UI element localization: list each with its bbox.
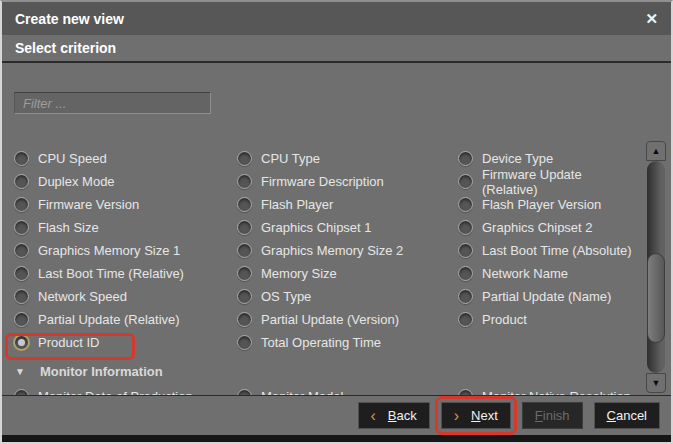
radio-icon	[458, 220, 473, 235]
next-button[interactable]: › Next	[441, 402, 511, 429]
radio-option[interactable]: Firmware Version	[14, 197, 237, 212]
radio-option[interactable]: Flash Size	[14, 220, 237, 235]
radio-option-label: Partial Update (Relative)	[38, 312, 180, 327]
radio-icon	[237, 174, 252, 189]
radio-icon	[14, 312, 29, 327]
radio-option[interactable]: Network Speed	[14, 289, 237, 304]
radio-option[interactable]: Memory Size	[237, 266, 458, 281]
radio-option-label: Graphics Chipset 1	[261, 220, 372, 235]
chevron-left-icon: ‹	[371, 408, 376, 424]
radio-option[interactable]: Graphics Chipset 2	[458, 220, 639, 235]
scrollbar-track[interactable]	[647, 161, 665, 373]
radio-option[interactable]: Graphics Chipset 1	[237, 220, 458, 235]
radio-icon	[458, 243, 473, 258]
next-button-label: Next	[471, 408, 498, 423]
scroll-down-icon: ▼	[652, 378, 661, 388]
step-header: Select criterion	[2, 35, 671, 63]
radio-option-label: Device Type	[482, 151, 553, 166]
radio-icon	[14, 220, 29, 235]
radio-option[interactable]: Product	[458, 312, 639, 327]
page-title: Select criterion	[15, 40, 116, 56]
radio-option[interactable]: OS Type	[237, 289, 458, 304]
radio-option[interactable]: Network Name	[458, 266, 639, 281]
radio-option[interactable]: CPU Type	[237, 151, 458, 166]
window-bottom-edge	[2, 435, 671, 442]
monitor-criteria-grid: Monitor Date of ProductionMonitor ModelM…	[14, 385, 639, 395]
cancel-button[interactable]: Cancel	[594, 402, 660, 429]
radio-icon	[458, 151, 473, 166]
radio-icon	[14, 266, 29, 281]
filter-input[interactable]	[14, 92, 211, 114]
radio-option-label: Product	[482, 312, 527, 327]
monitor-information-section-header[interactable]: ▼ Monitor Information	[15, 359, 163, 383]
radio-option[interactable]: Product ID	[14, 335, 237, 350]
radio-icon	[14, 289, 29, 304]
vertical-scrollbar: ▲ ▼	[646, 141, 666, 393]
radio-icon	[237, 151, 252, 166]
radio-icon	[14, 243, 29, 258]
close-icon: ✕	[645, 10, 658, 27]
radio-option-label: Total Operating Time	[261, 335, 381, 350]
radio-option[interactable]: Flash Player Version	[458, 197, 639, 212]
radio-option-label: Flash Player Version	[482, 197, 601, 212]
scrollbar-thumb[interactable]	[647, 253, 665, 343]
back-button[interactable]: ‹ Back	[358, 402, 430, 429]
radio-option-label: Flash Size	[38, 220, 99, 235]
radio-option[interactable]: Partial Update (Name)	[458, 289, 639, 304]
radio-icon	[237, 335, 252, 350]
radio-option-label: Last Boot Time (Relative)	[38, 266, 184, 281]
radio-option[interactable]: Firmware Description	[237, 174, 458, 189]
title-bar: Create new view ✕	[2, 2, 671, 35]
radio-option[interactable]: Device Type	[458, 151, 639, 166]
radio-icon	[14, 335, 29, 350]
radio-option-label: Flash Player	[261, 197, 333, 212]
radio-option[interactable]: Duplex Mode	[14, 174, 237, 189]
radio-option-label: OS Type	[261, 289, 311, 304]
close-button[interactable]: ✕	[645, 11, 658, 26]
radio-option-label: Firmware Description	[261, 174, 384, 189]
radio-option[interactable]: Partial Update (Relative)	[14, 312, 237, 327]
radio-icon	[458, 174, 473, 189]
radio-option-label: Network Name	[482, 266, 568, 281]
criteria-panel: CPU SpeedCPU TypeDevice TypeDuplex ModeF…	[2, 65, 671, 395]
radio-option-label: CPU Type	[261, 151, 320, 166]
radio-icon	[14, 151, 29, 166]
radio-option-label: Partial Update (Name)	[482, 289, 611, 304]
section-title: Monitor Information	[40, 364, 163, 379]
finish-button-label: Finish	[535, 408, 570, 423]
radio-option[interactable]: Partial Update (Version)	[237, 312, 458, 327]
radio-option[interactable]: Flash Player	[237, 197, 458, 212]
radio-option-label: Partial Update (Version)	[261, 312, 399, 327]
scroll-up-icon: ▲	[652, 146, 661, 156]
scrollbar-up-button[interactable]: ▲	[646, 141, 666, 161]
create-new-view-dialog: Create new view ✕ Select criterion CPU S…	[0, 0, 673, 444]
radio-option-label: Graphics Memory Size 2	[261, 243, 403, 258]
scrollbar-down-button[interactable]: ▼	[646, 373, 666, 393]
button-bar: ‹ Back › Next Finish Cancel	[2, 395, 671, 435]
radio-icon	[237, 243, 252, 258]
back-button-label: Back	[388, 408, 417, 423]
collapse-triangle-icon: ▼	[15, 366, 25, 377]
finish-button: Finish	[522, 402, 583, 429]
radio-icon	[458, 312, 473, 327]
chevron-right-icon: ›	[454, 408, 459, 424]
radio-option-label: Last Boot Time (Absolute)	[482, 243, 632, 258]
radio-option[interactable]: Last Boot Time (Absolute)	[458, 243, 639, 258]
radio-icon	[458, 289, 473, 304]
radio-option[interactable]: Firmware Update (Relative)	[458, 167, 639, 197]
radio-option-label: Firmware Update (Relative)	[482, 167, 639, 197]
radio-icon	[458, 197, 473, 212]
radio-option-label: Product ID	[38, 335, 99, 350]
radio-icon	[458, 266, 473, 281]
radio-option-label: Network Speed	[38, 289, 127, 304]
radio-option[interactable]: Graphics Memory Size 2	[237, 243, 458, 258]
radio-icon	[237, 220, 252, 235]
window-title: Create new view	[15, 11, 124, 27]
radio-option[interactable]: Total Operating Time	[237, 335, 458, 350]
radio-option[interactable]: Last Boot Time (Relative)	[14, 266, 237, 281]
radio-option-label: Graphics Chipset 2	[482, 220, 593, 235]
radio-option[interactable]: Graphics Memory Size 1	[14, 243, 237, 258]
radio-option[interactable]: CPU Speed	[14, 151, 237, 166]
radio-icon	[14, 174, 29, 189]
radio-icon	[14, 197, 29, 212]
